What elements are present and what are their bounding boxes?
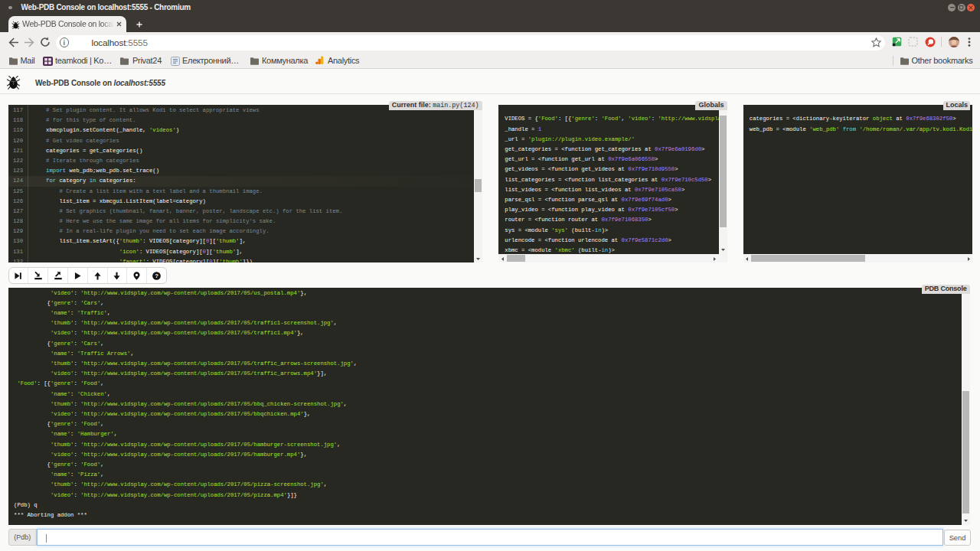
svg-text:?: ? xyxy=(155,272,158,279)
